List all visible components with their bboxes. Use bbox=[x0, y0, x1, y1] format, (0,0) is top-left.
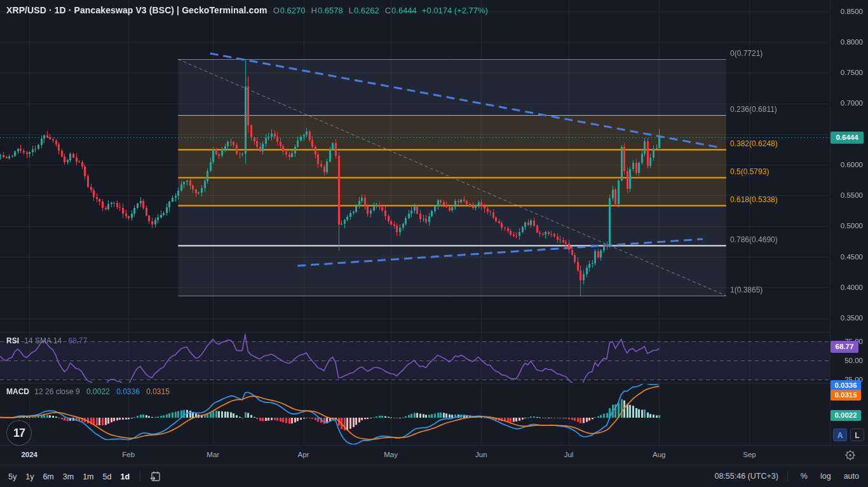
fib-level-label: 1(0.3865) bbox=[730, 285, 763, 294]
time-axis[interactable]: 2024FebMarAprMayJunJulAugSep bbox=[0, 445, 868, 465]
axis-settings-icon[interactable] bbox=[844, 449, 856, 463]
price-axis-label: 0.7000 bbox=[831, 99, 863, 107]
low-label: L bbox=[349, 6, 353, 15]
fib-level-label: 0.236(0.6811) bbox=[730, 105, 777, 114]
chart-canvas[interactable] bbox=[0, 0, 868, 445]
price-axis-label: 0.5000 bbox=[831, 222, 863, 230]
close-value: 0.6444 bbox=[391, 6, 417, 15]
macd-hist-value: 0.0022 bbox=[86, 387, 110, 396]
price-axis-label: 0.8000 bbox=[831, 38, 863, 46]
rsi-value-badge: 68.77 bbox=[831, 341, 858, 353]
symbol-title: XRP/USD · 1D · Pancakeswap V3 (BSC) | Ge… bbox=[6, 5, 268, 15]
time-axis-label: Jun bbox=[467, 451, 495, 458]
macd-legend: MACD 12 26 close 9 0.0022 0.0336 0.0315 bbox=[6, 387, 170, 396]
time-axis-label: Apr bbox=[290, 451, 318, 458]
calendar-icon bbox=[149, 470, 162, 483]
clock-label[interactable]: 08:55:46 (UTC+3) bbox=[714, 472, 778, 481]
go-to-date-button[interactable] bbox=[146, 469, 165, 484]
time-axis-label: Sep bbox=[735, 451, 763, 458]
time-axis-label: Jul bbox=[555, 451, 583, 458]
rsi-title: RSI bbox=[6, 336, 19, 345]
trading-chart-app: XRP/USD · 1D · Pancakeswap V3 (BSC) | Ge… bbox=[0, 0, 868, 487]
price-axis-label: 0.5500 bbox=[831, 191, 863, 199]
range-button-1m[interactable]: 1m bbox=[78, 470, 98, 483]
time-axis-label: Feb bbox=[114, 451, 142, 458]
time-axis-label: Mar bbox=[199, 451, 227, 458]
range-button-1d[interactable]: 1d bbox=[116, 470, 134, 483]
fib-level-label: 0.618(0.5338) bbox=[730, 195, 778, 204]
macd-hist-badge: 0.0022 bbox=[831, 410, 861, 421]
range-button-1y[interactable]: 1y bbox=[21, 470, 38, 483]
macd-line-value: 0.0336 bbox=[116, 387, 140, 396]
macd-params: 12 26 close 9 bbox=[34, 387, 79, 396]
toolbar-divider bbox=[787, 470, 788, 482]
range-button-5d[interactable]: 5d bbox=[98, 470, 116, 483]
fib-level-label: 0.382(0.6248) bbox=[730, 139, 778, 148]
price-axis-label: 0.4500 bbox=[831, 253, 863, 261]
close-label: C bbox=[385, 6, 391, 15]
price-axis-label: 0.3500 bbox=[831, 314, 863, 322]
low-value: 0.6262 bbox=[354, 6, 379, 15]
rsi-params: 14 SMA 14 bbox=[24, 336, 62, 345]
range-button-6m[interactable]: 6m bbox=[38, 470, 58, 483]
high-value: 0.6578 bbox=[318, 6, 343, 15]
price-axis-label: 0.6000 bbox=[831, 161, 863, 168]
time-axis-label: May bbox=[377, 451, 405, 458]
range-button-5y[interactable]: 5y bbox=[4, 470, 21, 483]
fib-level-label: 0.786(0.4690) bbox=[730, 235, 778, 244]
fib-level-label: 0.5(0.5793) bbox=[730, 167, 769, 176]
fib-level-label: 0(0.7721) bbox=[730, 49, 763, 58]
rsi-axis-label: 50.00 bbox=[831, 357, 863, 364]
chart-legend: XRP/USD · 1D · Pancakeswap V3 (BSC) | Ge… bbox=[6, 5, 488, 15]
high-label: H bbox=[311, 6, 317, 15]
log-scale-button[interactable]: L bbox=[850, 429, 864, 441]
toolbar-right: 08:55:46 (UTC+3) % log auto bbox=[714, 470, 859, 482]
change-value: +0.0174 (+2.77%) bbox=[422, 6, 488, 15]
open-label: O bbox=[273, 6, 280, 15]
price-axis-label: 0.8500 bbox=[831, 8, 863, 15]
last-price-badge: 0.6444 bbox=[831, 132, 864, 144]
macd-signal-value: 0.0315 bbox=[146, 387, 170, 396]
macd-signal-badge: 0.0315 bbox=[831, 390, 861, 401]
range-button-3m[interactable]: 3m bbox=[58, 470, 78, 483]
rsi-value: 68.77 bbox=[68, 336, 87, 345]
macd-title: MACD bbox=[6, 387, 29, 396]
rsi-legend: RSI 14 SMA 14 68.77 bbox=[6, 336, 87, 345]
price-axis-label: 0.7500 bbox=[831, 69, 863, 76]
price-axis-label: 0.4000 bbox=[831, 284, 863, 291]
percent-scale-button[interactable]: % bbox=[801, 472, 808, 481]
auto-scale-button[interactable]: A bbox=[833, 429, 847, 441]
tradingview-logo[interactable]: 17 bbox=[6, 420, 32, 446]
open-value: 0.6270 bbox=[280, 6, 306, 15]
time-axis-label: Aug bbox=[645, 451, 673, 458]
auto-scale-toggle[interactable]: auto bbox=[844, 472, 859, 481]
log-scale-toggle[interactable]: log bbox=[820, 472, 831, 481]
bottom-toolbar: 5y1y6m3m1m5d1d 08:55:46 (UTC+3) % log au… bbox=[0, 465, 868, 487]
time-axis-label: 2024 bbox=[15, 451, 43, 458]
toolbar-divider bbox=[140, 470, 140, 482]
range-switcher: 5y1y6m3m1m5d1d bbox=[4, 469, 165, 484]
